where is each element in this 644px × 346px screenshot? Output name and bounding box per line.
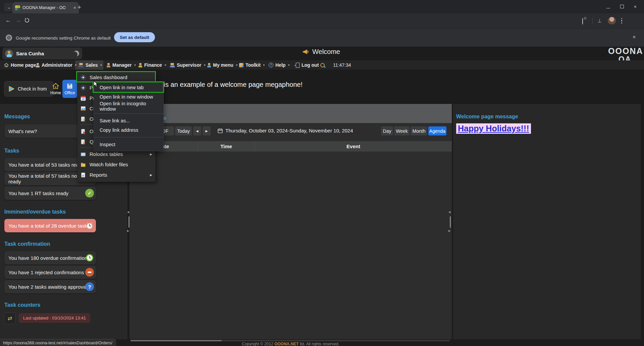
awaiting-approval-label: You have 2 tasks awaiting approval [8, 284, 87, 290]
chevron-down-icon: ▼ [235, 64, 238, 67]
col-event-label: Event [346, 143, 360, 149]
column-time[interactable]: Time [198, 141, 255, 152]
extensions-puzzle-icon[interactable] [582, 18, 583, 24]
forward-icon[interactable]: → [15, 17, 21, 24]
today-button[interactable]: Today [175, 126, 192, 135]
next-arrow-button[interactable]: ▶ [203, 126, 211, 135]
chevron-down-icon: ▼ [263, 64, 265, 67]
chevron-down-icon: ▼ [134, 64, 137, 67]
window-minimize-button[interactable] [606, 4, 610, 9]
chevron-down-icon: ▼ [287, 64, 290, 67]
submenu-arrow-icon: ▶ [150, 173, 152, 177]
nav-item-administrator[interactable]: Administrator▼ [36, 60, 77, 70]
set-as-default-button[interactable]: Set as default [114, 32, 155, 42]
chrome-logo-icon [6, 35, 12, 41]
menu-item-reports[interactable]: Reports ▶ [77, 170, 155, 180]
refresh-swap-icon: ⇄ [8, 315, 12, 322]
overdue-tasks-card[interactable]: You have a total of 28 overdue tasks [4, 219, 96, 232]
horizontal-scrollbar-thumb[interactable] [130, 340, 222, 341]
task-confirmation-heading: Task confirmation [4, 241, 50, 247]
agenda-label: Agenda [429, 128, 445, 134]
nav-item-manager[interactable]: Manager▼ [106, 60, 137, 70]
rt-tasks-card[interactable]: You have 1 RT tasks ready ✓ [4, 186, 96, 200]
refresh-counters-button[interactable]: ⇄ [4, 312, 16, 324]
check-in-button[interactable]: Check in from [4, 81, 54, 97]
tab-close-icon[interactable]: × [73, 5, 76, 10]
left-edge-scrollbar[interactable] [128, 216, 129, 228]
user-chip[interactable]: Sara Cunha [2, 48, 74, 59]
nav-item-finance[interactable]: Finance▼ [138, 60, 167, 70]
back-icon[interactable]: ← [5, 17, 11, 24]
panel-heading-fragment: e [163, 115, 166, 122]
window-maximize-button[interactable] [620, 4, 624, 9]
window-controls: × [606, 0, 637, 13]
browser-tab-bar: ⌄ OOONA Manager - OOONA Ma × + × [0, 0, 644, 13]
person-icon [138, 63, 142, 67]
copyright-suffix: ltd. All rights reserved. [299, 342, 339, 346]
context-save-link-as[interactable]: Save link as... [94, 116, 163, 125]
window-close-button[interactable]: × [634, 4, 637, 9]
awaiting-approval-card[interactable]: You have 2 tasks awaiting approval ? [4, 280, 96, 293]
page-title-block: Welcome [302, 48, 340, 56]
nav-item-help[interactable]: ? Help▼ [269, 60, 290, 70]
nav-item-home-page[interactable]: Home page [4, 60, 36, 70]
context-copy-link-address[interactable]: Copy link address [94, 125, 163, 135]
nav-label: Home page [11, 62, 36, 68]
left-edge-collapse-icon[interactable]: ◀ [127, 211, 129, 214]
prev-arrow-button[interactable]: ◀ [193, 126, 201, 135]
right-arrow-icon: ▶ [206, 129, 208, 133]
tab-title: OOONA Manager - OOONA Ma [22, 5, 65, 10]
megaphone-icon [302, 48, 309, 55]
ooona-favicon-icon [15, 5, 20, 10]
view-month-button[interactable]: Month [411, 126, 427, 135]
chevron-down-icon: ▼ [100, 64, 103, 67]
logout-icon [296, 63, 300, 68]
view-day-button[interactable]: Day [381, 126, 393, 135]
context-open-incognito[interactable]: Open link in incognito window [94, 102, 163, 111]
right-edge-collapse-icon[interactable]: ◀ [448, 211, 450, 214]
browser-menu-icon[interactable] [621, 18, 623, 23]
right-edge-scrollbar[interactable] [450, 216, 451, 228]
nav-label: Supervisor [177, 62, 201, 68]
new-tab-button[interactable]: + [77, 4, 81, 11]
context-open-new-window[interactable]: Open link in new window [94, 92, 163, 102]
menu-item-watch-folder-files[interactable]: Watch folder files [77, 159, 155, 170]
nav-item-supervisor[interactable]: Supervisor▼ [169, 60, 206, 70]
browser-tab[interactable]: OOONA Manager - OOONA Ma × [12, 2, 79, 13]
rejected-confirmations-card[interactable]: You have 1 rejected confirmations [4, 266, 96, 279]
profile-avatar[interactable] [608, 17, 616, 25]
nav-search[interactable] [320, 60, 325, 70]
overdue-confirmations-card[interactable]: You have 180 overdue confirmations [4, 251, 96, 265]
horizontal-scrollbar-track[interactable] [130, 340, 450, 341]
column-event[interactable]: Event [255, 141, 452, 152]
checkin-office-tile[interactable]: Office [62, 80, 77, 98]
page-title: Welcome [312, 48, 340, 56]
left-edge-expand-icon[interactable]: ▶ [127, 229, 129, 232]
nav-item-toolkit[interactable]: Toolkit▼ [239, 60, 265, 70]
mouse-cursor [93, 80, 98, 88]
default-browser-infobar: Google recommends setting Chrome as defa… [0, 28, 644, 47]
downloads-icon[interactable]: ↓ [598, 18, 601, 22]
nav-item-sales[interactable]: Sales▼ [78, 60, 103, 70]
person-icon [207, 63, 211, 67]
report-icon [80, 172, 86, 178]
play-icon [8, 85, 15, 93]
infobar-close-icon[interactable]: × [633, 34, 636, 40]
nav-item-my-menu[interactable]: My menu▼ [207, 60, 238, 70]
view-agenda-button[interactable]: Agenda [428, 126, 446, 135]
green-clock-icon [85, 253, 94, 262]
view-week-button[interactable]: Week [394, 126, 410, 135]
right-edge-expand-icon[interactable]: ▶ [448, 229, 450, 232]
copyright-brand: OOONA.NET [274, 342, 299, 346]
reload-icon[interactable] [24, 17, 30, 23]
set-as-default-label: Set as default [120, 35, 149, 40]
highlight-box-sales-dashboard [76, 71, 156, 82]
chevron-down-icon: ▼ [74, 64, 77, 67]
context-inspect[interactable]: Inspect [94, 140, 163, 149]
messages-heading: Messages [4, 114, 30, 120]
dark-mode-toggle[interactable] [70, 48, 82, 59]
checkin-home-tile[interactable]: Home [49, 80, 62, 98]
last-updated-pill: Last updated : 03/10/2024 13:41 [19, 313, 90, 323]
nav-item-log-out[interactable]: Log out [296, 60, 319, 70]
logo-line-1: OOONA [608, 47, 642, 55]
